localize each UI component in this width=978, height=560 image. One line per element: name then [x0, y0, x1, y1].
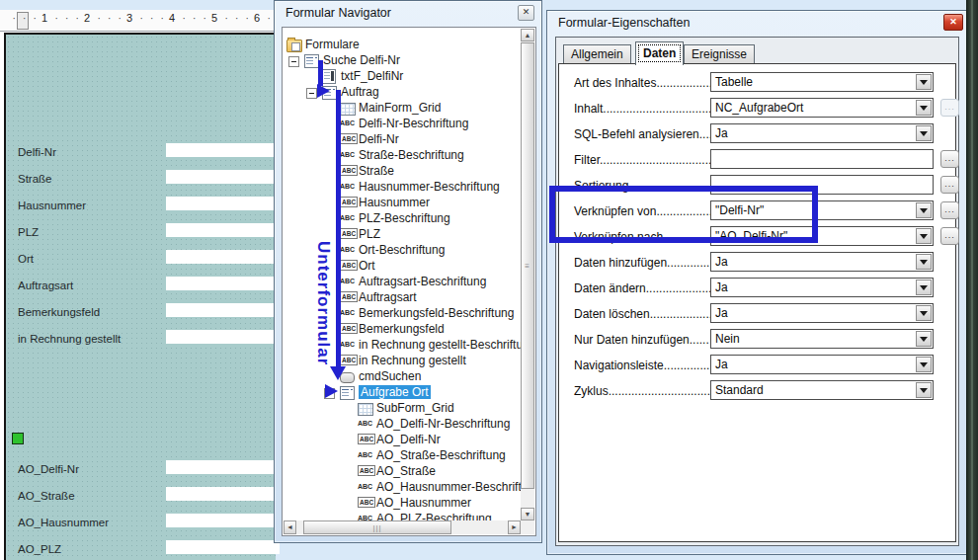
tree-item-label[interactable]: SubForm_Grid [376, 401, 454, 415]
property-value-box[interactable]: Tabelle [710, 72, 934, 92]
tree-item-label[interactable]: AO_Straße [376, 464, 436, 478]
tree-item[interactable]: ABCAO_Straße [284, 463, 521, 479]
dropdown-arrow-button[interactable] [916, 74, 932, 90]
properties-close-button[interactable]: ✕ [943, 14, 963, 31]
ellipsis-button[interactable]: ... [940, 227, 959, 245]
form-text-input[interactable] [166, 540, 280, 554]
form-text-input[interactable] [166, 170, 280, 184]
property-value-box[interactable]: Ja [710, 355, 934, 374]
dropdown-arrow-button[interactable] [916, 202, 932, 218]
tree-item[interactable]: SubForm_Grid [284, 400, 521, 416]
form-text-input[interactable] [166, 197, 280, 210]
tree-item-label[interactable]: AO_PLZ-Beschriftung [376, 512, 492, 520]
dropdown-arrow-button[interactable] [916, 100, 932, 116]
tree-item-label[interactable]: Auftrag [341, 85, 379, 99]
property-value-box[interactable]: NC_AufgrabeOrt [710, 98, 934, 118]
dropdown-arrow-button[interactable] [916, 357, 932, 372]
tree-item-label[interactable]: Delfi-Nr [359, 132, 399, 146]
tree-item-label[interactable]: in Rechnung gestellt-Beschriftung [359, 338, 521, 352]
tree-item-label[interactable]: PLZ [359, 227, 380, 241]
tree-item-label[interactable]: AO_Hausnummer-Beschriftung [376, 480, 521, 494]
property-value-box[interactable]: Standard [710, 380, 934, 400]
scroll-left-button[interactable]: ◄ [284, 520, 296, 534]
tree-item-label[interactable]: AO_Hausnummer [376, 496, 471, 510]
tree-item-label[interactable]: Ort [359, 259, 375, 273]
form-text-input[interactable] [166, 277, 280, 290]
tree-expander-icon[interactable] [288, 56, 299, 67]
tree-item-label[interactable]: in Rechnung gestellt [359, 354, 466, 367]
dropdown-arrow-button[interactable] [916, 331, 932, 347]
dropdown-arrow-button[interactable] [916, 305, 932, 321]
tree-item-label[interactable]: Formulare [305, 38, 360, 51]
tree-item[interactable]: Formulare [284, 37, 521, 52]
property-value-box[interactable]: Ja [710, 252, 934, 272]
property-value-box[interactable] [710, 149, 934, 169]
scroll-right-button[interactable]: ► [508, 520, 521, 534]
dropdown-arrow-button[interactable] [916, 280, 932, 295]
ellipsis-button[interactable]: ... [940, 201, 959, 219]
tree-item-label[interactable]: Aufgrabe Ort [359, 385, 431, 399]
tree-item-label[interactable]: AO_Delfi-Nr-Beschriftung [376, 417, 510, 431]
tree-item-label[interactable]: Ort-Beschriftung [359, 243, 445, 257]
tree-item[interactable]: cmdSuchen [284, 368, 521, 384]
tree-item-label[interactable]: Delfi-Nr-Beschriftung [359, 117, 468, 130]
tab-ereignisse[interactable]: Ereignisse [684, 44, 755, 64]
dropdown-arrow-button[interactable] [916, 254, 932, 270]
tree-item-label[interactable]: Bemerkungsfeld [359, 322, 445, 336]
property-value-box[interactable]: Nein [710, 329, 934, 349]
form-text-input[interactable] [166, 487, 280, 501]
horizontal-scrollbar[interactable]: ◄ ||| ► [284, 520, 521, 534]
form-text-input[interactable] [166, 143, 280, 157]
form-text-input[interactable] [166, 250, 280, 264]
tree-expander-icon[interactable] [306, 88, 317, 99]
tree-item-label[interactable]: Hausnummer-Beschriftung [359, 180, 500, 194]
tree-item[interactable]: ABCAO_Delfi-Nr-Beschriftung [284, 416, 521, 432]
tree-item-label[interactable]: AO_Straße-Beschriftung [376, 448, 506, 462]
tree-item[interactable]: ABCAO_Hausnummer-Beschriftung [284, 479, 521, 495]
selection-handle[interactable] [12, 433, 24, 444]
form-text-input[interactable] [166, 460, 280, 474]
property-value-box[interactable]: Ja [710, 123, 934, 143]
tree-item[interactable]: ABCHausnummer [284, 195, 521, 210]
tree-item-label[interactable]: Auftragsart [359, 290, 417, 304]
ellipsis-button[interactable]: ... [940, 176, 959, 194]
tree-item-label[interactable]: PLZ-Beschriftung [359, 211, 450, 225]
tree-item[interactable]: ABCStraße-Beschriftung [284, 147, 521, 163]
tree-item-label[interactable]: AO_Delfi-Nr [376, 433, 441, 446]
tree-item[interactable]: ABCStraße [284, 163, 521, 179]
scroll-down-button[interactable]: ▼ [521, 508, 534, 520]
tree-item-label[interactable]: MainForm_Grid [359, 101, 441, 115]
tree-item-label[interactable]: Bemerkungsfeld-Beschriftung [359, 306, 514, 320]
tree-item-label[interactable]: Hausnummer [359, 196, 430, 209]
dropdown-arrow-button[interactable] [916, 382, 932, 398]
form-text-input[interactable] [166, 303, 280, 317]
property-value-box[interactable]: Ja [710, 303, 934, 323]
horizontal-scroll-thumb[interactable]: ||| [303, 520, 451, 534]
tree-item[interactable]: ABCPLZ [284, 226, 521, 242]
form-text-input[interactable] [166, 223, 280, 237]
tree-item[interactable]: ABCAO_Delfi-Nr [284, 432, 521, 447]
form-text-input[interactable] [166, 514, 280, 527]
tree-item[interactable]: Aufgrabe Ort [284, 384, 521, 400]
ellipsis-button[interactable]: ... [940, 150, 959, 168]
navigator-close-button[interactable]: ✕ [518, 5, 534, 21]
dropdown-arrow-button[interactable] [916, 125, 932, 141]
tree-item[interactable]: ABCAO_PLZ-Beschriftung [284, 511, 521, 520]
tree-item[interactable]: ABCPLZ-Beschriftung [284, 210, 521, 226]
vertical-scrollbar[interactable]: ▲ ≡ ▼ [521, 29, 534, 520]
tree-item-label[interactable]: Suche Delfi-Nr [323, 53, 400, 67]
tree-item-label[interactable]: cmdSuchen [359, 369, 421, 383]
tree-item[interactable]: ABCDelfi-Nr-Beschriftung [284, 116, 521, 131]
tree-item[interactable]: ABCAO_Straße-Beschriftung [284, 447, 521, 463]
tab-daten[interactable]: Daten [635, 41, 684, 65]
tree-item[interactable]: ABCHausnummer-Beschriftung [284, 179, 521, 195]
tree-item-label[interactable]: txtF_DelfiNr [341, 69, 403, 83]
tree-item[interactable]: MainForm_Grid [284, 100, 521, 116]
vertical-scroll-thumb[interactable]: ≡ [521, 42, 534, 489]
tree-item[interactable]: ABCDelfi-Nr [284, 131, 521, 147]
scroll-up-button[interactable]: ▲ [521, 29, 534, 41]
tree-item-label[interactable]: Straße [359, 164, 394, 178]
form-text-input[interactable] [166, 330, 280, 344]
tab-allgemein[interactable]: Allgemein [563, 44, 631, 64]
dropdown-arrow-button[interactable] [916, 228, 932, 244]
